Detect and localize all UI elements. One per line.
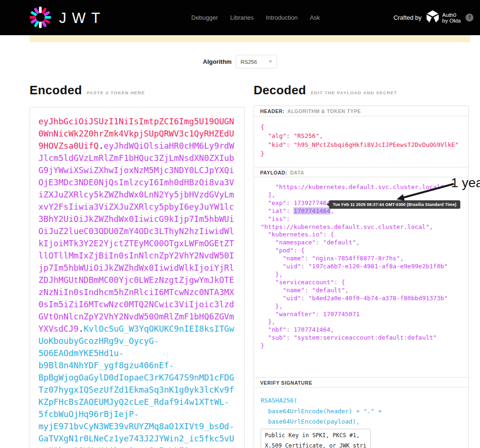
notice-banner bbox=[30, 35, 470, 42]
payload-section-head: PAYLOAD: DATA bbox=[254, 167, 468, 177]
token-dot: . bbox=[79, 324, 84, 334]
algorithm-label: Algorithm bbox=[203, 58, 232, 65]
brand-wordmark: JWT bbox=[59, 7, 106, 30]
jwt-token: eyJhbGciOiJSUzI1NiIsImtpZCI6Img5U19OUGN0… bbox=[38, 115, 236, 448]
signature-content: RSASHA256( base64UrlEncode(header) + "."… bbox=[254, 387, 468, 448]
nav-item-debugger[interactable]: Debugger bbox=[191, 14, 218, 21]
decoded-title: Decoded bbox=[254, 83, 306, 98]
nav-item-ask[interactable]: Ask bbox=[310, 14, 320, 21]
encoded-token-input[interactable]: eyJhbGciOiJSUzI1NiIsImtpZCI6Img5U19OUGN0… bbox=[30, 107, 245, 448]
nav-links: Debugger Libraries Introduction Ask bbox=[191, 0, 320, 35]
nav-right: Crafted by Auth0 by Okta ? bbox=[393, 0, 473, 35]
token-payload-part: eyJhdWQiOlsiaHR0cHM6Ly9rdWJlcm5ldGVzLmRl… bbox=[38, 141, 234, 334]
encoded-subtitle: PASTE A TOKEN HERE bbox=[87, 90, 145, 95]
auth0-logo[interactable]: Auth0 by Okta bbox=[426, 10, 461, 26]
payload-section-label: PAYLOAD: bbox=[260, 170, 287, 175]
decoded-subtitle: EDIT THE PAYLOAD AND SECRET bbox=[311, 90, 398, 95]
chevron-down-icon bbox=[269, 61, 272, 63]
jwt-pinwheel-icon bbox=[29, 6, 52, 30]
crafted-by-label: Crafted by bbox=[393, 14, 421, 21]
signature-formula: RSASHA256( base64UrlEncode(header) + "."… bbox=[261, 395, 462, 427]
signature-section-head: VERIFY SIGNATURE bbox=[254, 377, 468, 387]
header-section-sublabel: ALGORITHM & TOKEN TYPE bbox=[287, 108, 361, 114]
tooltip-caret bbox=[327, 203, 329, 206]
exp-date-tooltip: Tue Feb 11 2025 09:37:44 GMT-0300 (Brasi… bbox=[329, 200, 460, 209]
signature-section-label: VERIFY SIGNATURE bbox=[260, 380, 312, 386]
token-dot: . bbox=[98, 141, 104, 151]
decoded-card: HEADER: ALGORITHM & TOKEN TYPE { "alg": … bbox=[254, 106, 469, 448]
help-icon[interactable]: ? bbox=[465, 14, 473, 22]
public-key-input[interactable]: Public Key in SPKI, PKCS #1, X.509 Certi… bbox=[261, 429, 371, 448]
payload-section-sublabel: DATA bbox=[290, 170, 304, 175]
token-signature-part: KvlOcSuG_W3YqOKUKC9nIEI8ksITGwUoKboubyGc… bbox=[38, 324, 234, 448]
algorithm-row: Algorithm RS256 bbox=[0, 55, 480, 68]
header-section-head: HEADER: ALGORITHM & TOKEN TYPE bbox=[254, 106, 468, 116]
one-year-annotation: 1 year bbox=[451, 175, 480, 190]
decoded-heading: Decoded EDIT THE PAYLOAD AND SECRET bbox=[254, 83, 397, 98]
header-section-label: HEADER: bbox=[260, 108, 285, 114]
auth0-shield-icon bbox=[426, 10, 439, 26]
algorithm-value: RS256 bbox=[240, 59, 257, 65]
top-nav: JWT Debugger Libraries Introduction Ask … bbox=[0, 0, 480, 35]
algorithm-select[interactable]: RS256 bbox=[236, 55, 277, 68]
header-json: { "alg": "RS256", "kid": "h9S_NPctZsbqi6… bbox=[261, 122, 462, 158]
auth0-text: Auth0 by Okta bbox=[442, 12, 461, 23]
jwt-logo[interactable]: JWT bbox=[29, 6, 106, 30]
encoded-title: Encoded bbox=[30, 83, 82, 98]
tooltip-text: Tue Feb 11 2025 09:37:44 GMT-0300 (Brasi… bbox=[333, 202, 457, 207]
nav-item-libraries[interactable]: Libraries bbox=[230, 14, 254, 21]
nav-item-introduction[interactable]: Introduction bbox=[266, 14, 298, 21]
encoded-heading: Encoded PASTE A TOKEN HERE bbox=[30, 83, 145, 98]
iat-highlight: 1707741464 bbox=[293, 207, 330, 214]
header-json-editor[interactable]: { "alg": "RS256", "kid": "h9S_NPctZsbqi6… bbox=[254, 116, 468, 167]
